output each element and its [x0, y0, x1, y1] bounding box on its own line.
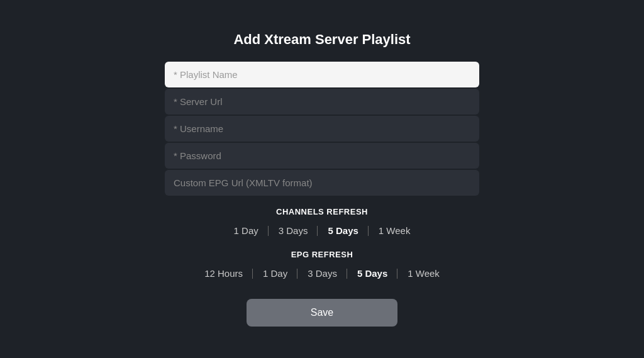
epg-url-input[interactable]	[165, 170, 479, 196]
form-fields	[165, 62, 479, 196]
channels-refresh-1week[interactable]: 1 Week	[369, 223, 421, 238]
epg-refresh-1day[interactable]: 1 Day	[253, 266, 297, 281]
channels-refresh-5days[interactable]: 5 Days	[318, 223, 368, 238]
save-button[interactable]: Save	[247, 299, 397, 327]
server-url-input[interactable]	[165, 89, 479, 115]
page-title: Add Xtream Server Playlist	[233, 31, 410, 48]
epg-refresh-5days[interactable]: 5 Days	[347, 266, 397, 281]
epg-refresh-12hours[interactable]: 12 Hours	[194, 266, 253, 281]
epg-refresh-label: EPG REFRESH	[291, 250, 353, 259]
password-input[interactable]	[165, 143, 479, 169]
channels-refresh-label: CHANNELS REFRESH	[276, 207, 368, 216]
playlist-name-input[interactable]	[165, 62, 479, 87]
epg-refresh-3days[interactable]: 3 Days	[297, 266, 347, 281]
channels-refresh-3days[interactable]: 3 Days	[269, 223, 318, 238]
epg-refresh-options: 12 Hours 1 Day 3 Days 5 Days 1 Week	[194, 266, 450, 281]
channels-refresh-1day[interactable]: 1 Day	[224, 223, 269, 238]
epg-refresh-1week[interactable]: 1 Week	[397, 266, 450, 281]
username-input[interactable]	[165, 116, 479, 142]
channels-refresh-options: 1 Day 3 Days 5 Days 1 Week	[224, 223, 421, 238]
main-container: Add Xtream Server Playlist CHANNELS REFR…	[165, 31, 479, 327]
